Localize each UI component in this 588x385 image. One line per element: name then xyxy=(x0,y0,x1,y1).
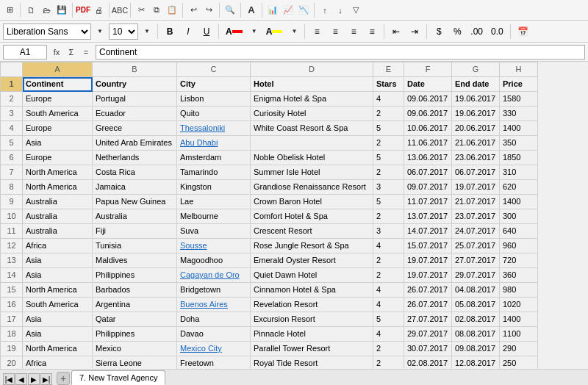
cell-g7[interactable]: 06.07.2017 xyxy=(452,165,500,180)
col-header-f[interactable]: F xyxy=(404,62,452,77)
cell-f10[interactable]: 13.07.2017 xyxy=(404,209,452,224)
cell-a7[interactable]: North America xyxy=(23,165,93,180)
formula-input[interactable] xyxy=(96,45,585,60)
font-name-select[interactable]: Liberation Sans xyxy=(3,24,91,40)
cell-e4[interactable]: 5 xyxy=(373,121,404,136)
cell-g8[interactable]: 19.07.2017 xyxy=(452,180,500,195)
cell-b3[interactable]: Ecuador xyxy=(93,107,177,121)
cell-d4[interactable]: White Coast Resort & Spa xyxy=(251,121,373,136)
formula-func-icon[interactable]: fx xyxy=(50,46,63,59)
underline-button[interactable]: U xyxy=(198,24,215,40)
cell-e1[interactable]: Stars xyxy=(373,77,404,92)
cell-a12[interactable]: Africa xyxy=(23,239,93,253)
cell-g1[interactable]: End date xyxy=(452,77,500,92)
cell-a1[interactable]: Continent xyxy=(23,77,93,92)
cell-h20[interactable]: 250 xyxy=(500,356,538,370)
cell-e3[interactable]: 2 xyxy=(373,107,404,121)
col-header-a[interactable]: A xyxy=(23,62,93,77)
cell-e2[interactable]: 4 xyxy=(373,92,404,107)
cell-c14[interactable]: Cagayan de Oro xyxy=(177,268,251,283)
cell-b11[interactable]: Fiji xyxy=(93,224,177,239)
col-header-e[interactable]: E xyxy=(373,62,404,77)
chart2-icon[interactable]: 📈 xyxy=(282,4,295,17)
sort-asc-icon[interactable]: ↑ xyxy=(318,4,331,17)
cell-g17[interactable]: 02.08.2017 xyxy=(452,312,500,327)
cell-h9[interactable]: 1400 xyxy=(500,195,538,209)
cell-g20[interactable]: 12.08.2017 xyxy=(452,356,500,370)
cell-f11[interactable]: 14.07.2017 xyxy=(404,224,452,239)
font-size-select[interactable]: 10 xyxy=(109,24,138,40)
date-button[interactable]: 📅 xyxy=(514,24,531,40)
cell-h14[interactable]: 360 xyxy=(500,268,538,283)
cell-e12[interactable]: 4 xyxy=(373,239,404,253)
cell-c12[interactable]: Sousse xyxy=(177,239,251,253)
open-icon[interactable]: 🗁 xyxy=(40,4,53,17)
cell-g18[interactable]: 08.08.2017 xyxy=(452,327,500,342)
search-icon[interactable]: 🔍 xyxy=(223,4,237,17)
cell-d15[interactable]: Cinnamon Hotel & Spa xyxy=(251,283,373,298)
cell-b14[interactable]: Philippines xyxy=(93,268,177,283)
cell-a2[interactable]: Europe xyxy=(23,92,93,107)
cell-a5[interactable]: Asia xyxy=(23,136,93,151)
cell-d11[interactable]: Crescent Resort xyxy=(251,224,373,239)
cell-e5[interactable]: 2 xyxy=(373,136,404,151)
cell-d19[interactable]: Parallel Tower Resort xyxy=(251,342,373,356)
cell-a3[interactable]: South America xyxy=(23,107,93,121)
cell-a11[interactable]: Australia xyxy=(23,224,93,239)
chart3-icon[interactable]: 📉 xyxy=(297,4,310,17)
cell-f8[interactable]: 09.07.2017 xyxy=(404,180,452,195)
cell-e11[interactable]: 3 xyxy=(373,224,404,239)
cell-e8[interactable]: 3 xyxy=(373,180,404,195)
cell-c11[interactable]: Suva xyxy=(177,224,251,239)
cell-f15[interactable]: 26.07.2017 xyxy=(404,283,452,298)
font-color-A-icon[interactable]: A xyxy=(245,4,258,17)
sheet-tab-active[interactable]: 7. New Travel Agency xyxy=(71,370,165,385)
cell-e7[interactable]: 2 xyxy=(373,165,404,180)
cell-d20[interactable]: Royal Tide Resort xyxy=(251,356,373,370)
dec-decrease-button[interactable]: .00 xyxy=(467,24,486,40)
cell-c18[interactable]: Davao xyxy=(177,327,251,342)
cell-f9[interactable]: 11.07.2017 xyxy=(404,195,452,209)
cell-b18[interactable]: Philippines xyxy=(93,327,177,342)
cell-f17[interactable]: 27.07.2017 xyxy=(404,312,452,327)
cell-b16[interactable]: Argentina xyxy=(93,298,177,312)
tab-next-button[interactable]: ▶ xyxy=(28,373,40,385)
cell-h11[interactable]: 640 xyxy=(500,224,538,239)
cell-a17[interactable]: Asia xyxy=(23,312,93,327)
cell-e14[interactable]: 2 xyxy=(373,268,404,283)
cell-h5[interactable]: 350 xyxy=(500,136,538,151)
cell-a20[interactable]: Africa xyxy=(23,356,93,370)
cell-a10[interactable]: Australia xyxy=(23,209,93,224)
cell-d18[interactable]: Pinnacle Hotel xyxy=(251,327,373,342)
cell-b19[interactable]: Mexico xyxy=(93,342,177,356)
cell-h13[interactable]: 720 xyxy=(500,253,538,268)
cell-f20[interactable]: 02.08.2017 xyxy=(404,356,452,370)
align-justify-button[interactable]: ≡ xyxy=(364,24,380,40)
align-center-button[interactable]: ≡ xyxy=(327,24,343,40)
cell-f13[interactable]: 19.07.2017 xyxy=(404,253,452,268)
tab-prev-button[interactable]: ◀ xyxy=(15,373,27,385)
col-header-c[interactable]: C xyxy=(177,62,251,77)
copy-icon[interactable]: ⧉ xyxy=(150,4,163,17)
cell-c9[interactable]: Lae xyxy=(177,195,251,209)
bold-button[interactable]: B xyxy=(162,24,178,40)
cell-h4[interactable]: 1400 xyxy=(500,121,538,136)
dec-increase-button[interactable]: 0.0 xyxy=(488,24,506,40)
cell-c3[interactable]: Quito xyxy=(177,107,251,121)
cell-e9[interactable]: 5 xyxy=(373,195,404,209)
cell-b6[interactable]: Netherlands xyxy=(93,151,177,165)
align-right-button[interactable]: ≡ xyxy=(345,24,362,40)
cell-f7[interactable]: 06.07.2017 xyxy=(404,165,452,180)
cell-c15[interactable]: Bridgetown xyxy=(177,283,251,298)
cell-b2[interactable]: Portugal xyxy=(93,92,177,107)
cell-c19[interactable]: Mexico City xyxy=(177,342,251,356)
cut-icon[interactable]: ✂ xyxy=(135,4,148,17)
paste-icon[interactable]: 📋 xyxy=(165,4,179,17)
cell-a15[interactable]: North America xyxy=(23,283,93,298)
undo-icon[interactable]: ↩ xyxy=(187,4,200,17)
cell-h3[interactable]: 330 xyxy=(500,107,538,121)
redo-icon[interactable]: ↪ xyxy=(202,4,215,17)
cell-g9[interactable]: 21.07.2017 xyxy=(452,195,500,209)
cell-g3[interactable]: 19.06.2017 xyxy=(452,107,500,121)
cell-d8[interactable]: Grandiose Renaissance Resort xyxy=(251,180,373,195)
